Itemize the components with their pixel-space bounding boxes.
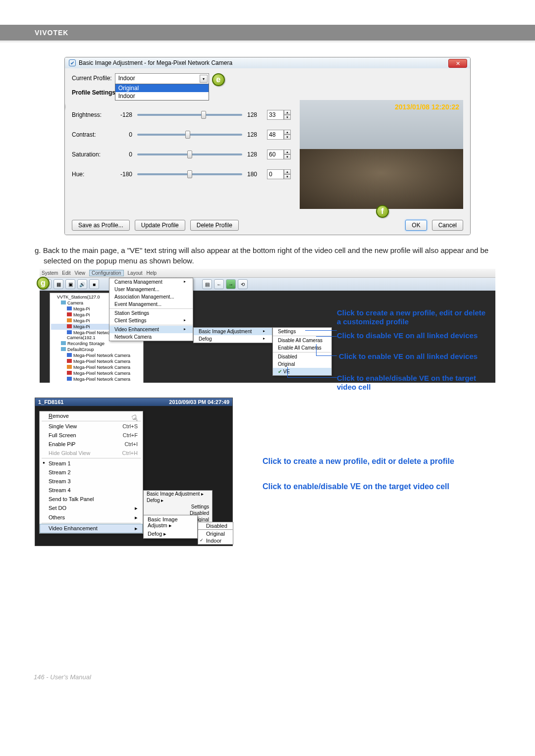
menu-stream1[interactable]: ●Stream 1: [40, 459, 143, 468]
hue-slider[interactable]: [137, 173, 242, 175]
saturation-spinner[interactable]: ▲▼: [267, 150, 291, 159]
update-profile-button[interactable]: Update Profile: [135, 220, 185, 231]
menu-talk-panel[interactable]: Send to Talk Panel: [40, 495, 143, 504]
spin-down-icon[interactable]: ▼: [284, 135, 291, 140]
brightness-slider[interactable]: [137, 114, 242, 116]
menu-remove[interactable]: RRemoveemove: [40, 411, 143, 420]
video-context-menu[interactable]: RRemoveemove Single ViewCtrl+S Full Scre…: [39, 411, 143, 534]
spin-up-icon[interactable]: ▲: [284, 130, 291, 135]
disable-all-item[interactable]: Disable All Cameras: [273, 337, 331, 344]
video-enhancement-item[interactable]: Video Enhancement: [109, 326, 193, 333]
hue-spinner[interactable]: ▲▼: [267, 169, 291, 179]
menu-video-enhancement[interactable]: Video Enhancement▸: [40, 524, 143, 533]
profile-submenu[interactable]: Disabled Original Indoor: [198, 522, 233, 545]
annotation-create: Click to create a new profile, edit or d…: [337, 308, 490, 326]
toolbar-button[interactable]: 🔊: [77, 279, 87, 289]
sub-original[interactable]: Original: [198, 530, 233, 537]
spin-down-icon[interactable]: ▼: [284, 115, 291, 120]
menubar[interactable]: System Edit View Configuration Layout He…: [40, 269, 495, 278]
basic-image-adjustment-dialog: ✔ Basic Image Adjustment - for Mega-Pixe…: [64, 57, 471, 235]
page-header: VIVOTEK: [0, 25, 535, 41]
menu-single-view[interactable]: Single ViewCtrl+S: [40, 422, 143, 431]
ok-button[interactable]: OK: [405, 220, 427, 231]
app-icon: ✔: [69, 59, 76, 66]
hue-min: -180: [115, 171, 132, 178]
menu-stream2[interactable]: Stream 2: [40, 468, 143, 477]
hue-label: Hue:: [72, 171, 110, 178]
menu-view[interactable]: View: [75, 270, 86, 276]
menu-stream3[interactable]: Stream 3: [40, 477, 143, 486]
toolbar-next-button[interactable]: →: [226, 279, 236, 289]
menu-others[interactable]: Others▸: [40, 513, 143, 522]
close-button[interactable]: ✕: [448, 59, 467, 68]
saturation-value[interactable]: [267, 150, 284, 159]
contrast-value[interactable]: [267, 130, 284, 140]
sliders-panel: Brightness: -128 128 ▲▼ Contrast:: [72, 100, 291, 189]
toolbar[interactable]: ⟳ ▦ ▣ 🔊 ■ ▤ ← → ⟲: [40, 278, 495, 291]
defog-item[interactable]: Defog ▸: [144, 530, 197, 538]
profile-dropdown-list[interactable]: Original Indoor: [115, 84, 209, 101]
sub-indoor[interactable]: Indoor: [198, 537, 233, 544]
spin-up-icon[interactable]: ▲: [284, 110, 291, 115]
brightness-value[interactable]: [267, 110, 284, 120]
menu-full-screen[interactable]: Full ScreenCtrl+F: [40, 431, 143, 440]
current-profile-dropdown[interactable]: Indoor ▾ Original Indoor: [115, 73, 209, 84]
menu-enable-pip[interactable]: Enable PiPCtrl+I: [40, 440, 143, 449]
dropdown-option-original[interactable]: Original: [115, 84, 209, 92]
brightness-max: 128: [247, 111, 262, 118]
config-menu[interactable]: Camera Management User Management... Ass…: [109, 278, 193, 341]
dialog-titlebar[interactable]: ✔ Basic Image Adjustment - for Mega-Pixe…: [65, 57, 470, 68]
hue-thumb[interactable]: [187, 170, 192, 178]
toolbar-button[interactable]: ▦: [54, 279, 63, 289]
video-preview: 2013/01/08 12:20:22: [300, 100, 463, 209]
bia-item[interactable]: Basic Image Adjustm ▸: [144, 515, 197, 530]
camera-timestamp: 2010/09/03 PM 04:27:49: [169, 399, 229, 405]
current-profile-label: Current Profile:: [72, 73, 112, 82]
delete-profile-button[interactable]: Delete Profile: [190, 220, 239, 231]
annotation-toggle: Click to enable/disable VE on the target…: [337, 374, 495, 392]
ve-submenu[interactable]: Basic Image Adjustm ▸ Defog ▸: [143, 515, 198, 539]
spin-down-icon[interactable]: ▼: [284, 154, 291, 159]
ve-submenu[interactable]: Basic Image Adjustment Defog: [193, 327, 272, 343]
toolbar-button[interactable]: ⟲: [238, 279, 248, 289]
toolbar-button[interactable]: ■: [89, 279, 99, 289]
sub-disabled[interactable]: Disabled: [198, 522, 233, 529]
menu-configuration[interactable]: Configuration: [89, 270, 123, 276]
bia-item[interactable]: Basic Image Adjustment: [194, 328, 272, 335]
spin-down-icon[interactable]: ▼: [284, 174, 291, 179]
menu-set-do[interactable]: Set DO▸: [40, 504, 143, 513]
toolbar-button[interactable]: ▤: [202, 279, 212, 289]
menu-help[interactable]: Help: [147, 270, 157, 276]
brightness-thumb[interactable]: [201, 111, 206, 119]
contrast-slider[interactable]: [137, 134, 242, 136]
spin-up-icon[interactable]: ▲: [284, 169, 291, 174]
toolbar-button[interactable]: ▣: [65, 279, 75, 289]
saturation-max: 128: [247, 151, 262, 158]
spin-up-icon[interactable]: ▲: [284, 150, 291, 154]
menu-edit[interactable]: Edit: [62, 270, 70, 276]
dropdown-option-indoor[interactable]: Indoor: [115, 92, 209, 100]
settings-item[interactable]: Settings: [273, 328, 331, 335]
current-profile-value: Indoor: [118, 75, 135, 82]
saturation-slider[interactable]: [137, 153, 242, 155]
cancel-button[interactable]: Cancel: [432, 220, 463, 231]
menu-hide-global: Hide Global ViewCtrl+H: [40, 449, 143, 457]
menu-stream4[interactable]: Stream 4: [40, 486, 143, 495]
toolbar-button[interactable]: ←: [214, 279, 224, 289]
camera-name: 1_FD8161: [38, 399, 63, 405]
contrast-row: Contrast: 0 128 ▲▼: [72, 130, 291, 140]
menu-system[interactable]: System: [42, 270, 58, 276]
saturation-thumb[interactable]: [187, 151, 192, 158]
contrast-thumb[interactable]: [185, 131, 190, 139]
brightness-spinner[interactable]: ▲▼: [267, 110, 291, 120]
brand-label: VIVOTEK: [35, 29, 68, 37]
chevron-down-icon[interactable]: ▾: [200, 75, 208, 83]
brightness-row: Brightness: -128 128 ▲▼: [72, 110, 291, 120]
save-as-profile-button[interactable]: Save as Profile...: [72, 220, 130, 231]
brightness-min: -128: [115, 111, 132, 118]
saturation-min: 0: [115, 151, 132, 158]
contrast-spinner[interactable]: ▲▼: [267, 130, 291, 140]
dialog-title: Basic Image Adjustment - for Mega-Pixel …: [79, 59, 232, 66]
menu-layout[interactable]: Layout: [128, 270, 143, 276]
hue-value[interactable]: [267, 169, 284, 179]
